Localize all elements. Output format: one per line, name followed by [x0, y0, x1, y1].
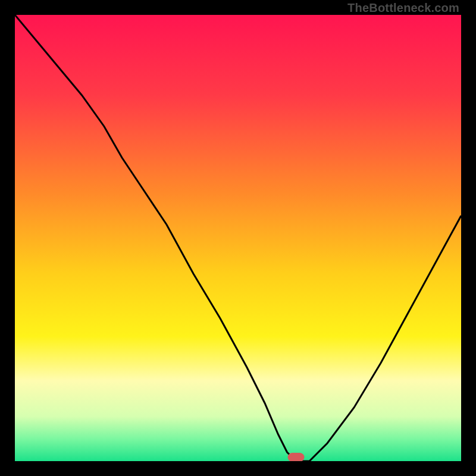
- chart-frame: [15, 15, 461, 461]
- gradient-rect: [15, 15, 461, 461]
- gradient-background: [15, 15, 461, 461]
- watermark-text: TheBottleneck.com: [347, 1, 459, 15]
- optimal-marker: [288, 453, 305, 461]
- plot-area: [15, 15, 461, 461]
